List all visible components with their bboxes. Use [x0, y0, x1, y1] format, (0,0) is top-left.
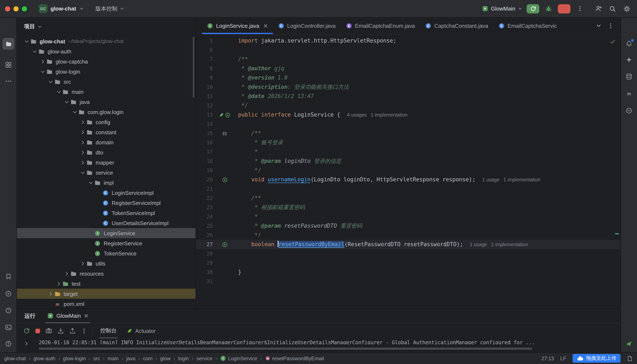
tree-item-test[interactable]: test	[17, 278, 195, 289]
tree-item-registerservice[interactable]: IRegisterService	[17, 238, 195, 248]
tree-item-mapper[interactable]: mapper	[17, 158, 195, 168]
caret-position[interactable]: 27:13	[541, 355, 554, 361]
tree-item-registerserviceimpl[interactable]: CRegisterServiceImpl	[17, 198, 195, 208]
database-tool[interactable]	[623, 71, 635, 82]
tree-item-glow-captcha[interactable]: glow-captcha	[17, 56, 195, 66]
chevron-expanded-icon[interactable]	[64, 99, 70, 104]
breadcrumb-item-main[interactable]: main	[108, 355, 119, 361]
code-line-5[interactable]: 5import jakarta.servlet.http.HttpServlet…	[196, 36, 620, 46]
code-line-9[interactable]: 9 * @version 1.0	[196, 73, 620, 82]
tree-item-target[interactable]: target	[17, 289, 195, 299]
code-line-23[interactable]: 23 * 根据邮箱重置密码	[196, 203, 620, 212]
tab-emailcaptchaenum-java[interactable]: EEmailCaptchaEnum.java	[341, 18, 420, 34]
tree-item-impl[interactable]: impl	[17, 178, 195, 188]
tree-item-glow-chat[interactable]: glow-chat~/IdeaProjects/glow-chat	[17, 36, 195, 46]
breadcrumb-item-glow-auth[interactable]: glow-auth	[34, 355, 55, 361]
code-line-12[interactable]: 12 */	[196, 101, 620, 110]
chevron-collapsed-icon[interactable]	[48, 291, 54, 296]
chevron-collapsed-icon[interactable]	[80, 130, 86, 135]
tree-item-constant[interactable]: constant	[17, 127, 195, 137]
code-area[interactable]: 5import jakarta.servlet.http.HttpServlet…	[196, 34, 620, 308]
rerun-icon[interactable]	[23, 328, 30, 334]
vcs-menu[interactable]: 版本控制	[93, 4, 127, 14]
dependencies-tool[interactable]	[623, 105, 635, 116]
chevron-collapsed-icon[interactable]	[80, 119, 86, 125]
maximize-window-button[interactable]	[22, 6, 27, 11]
chevron-collapsed-icon[interactable]	[80, 261, 86, 266]
chevron-collapsed-icon[interactable]	[64, 271, 70, 276]
stop-icon[interactable]	[35, 328, 41, 334]
breadcrumb-item-glow[interactable]: glow	[160, 355, 170, 361]
code-line-28[interactable]: 28	[196, 249, 620, 258]
code-line-8[interactable]: 8 * @author gjq	[196, 64, 620, 73]
rerun-button[interactable]	[527, 4, 539, 13]
usages-hint[interactable]: 1 usage 1 implementation	[482, 177, 540, 182]
tree-item-glow-login[interactable]: glow-login	[17, 66, 195, 76]
console-tab-actuator[interactable]: Actuator	[124, 323, 158, 338]
breadcrumb-item-login[interactable]: login	[178, 355, 189, 361]
code-line-18[interactable]: 18 * @param loginDto 登录的信息	[196, 156, 620, 166]
code-line-31[interactable]: 31	[196, 277, 620, 286]
breadcrumb-item-resetpasswordbyemail[interactable]: mresetPasswordByEmail	[265, 355, 324, 361]
close-icon[interactable]	[84, 314, 88, 318]
debug-button[interactable]	[543, 4, 554, 14]
ai-assistant[interactable]	[623, 54, 635, 66]
code-line-14[interactable]: 14	[196, 120, 620, 129]
breadcrumb-item-loginservice[interactable]: ILoginService	[220, 355, 257, 362]
code-line-13[interactable]: 13public interface LoginService {4 usage…	[196, 110, 620, 120]
upload-drop-button[interactable]: 拖拽至此上传	[572, 354, 620, 363]
code-line-24[interactable]: 24 *	[196, 212, 620, 221]
modules-tool[interactable]	[3, 59, 14, 71]
close-icon[interactable]	[263, 24, 268, 28]
breadcrumb-item-glow-chat[interactable]: glow-chat	[4, 355, 26, 361]
breadcrumb-item-java[interactable]: java	[126, 355, 135, 361]
breadcrumb-item-glow-login[interactable]: glow-login	[63, 355, 86, 361]
code-line-10[interactable]: 10 * @description: 登录功能相关接口方法	[196, 82, 620, 92]
tree-item-java[interactable]: java	[17, 97, 195, 107]
code-line-6[interactable]: 6	[196, 46, 620, 55]
chevron-expanded-icon[interactable]	[48, 79, 54, 84]
tree-item-tokenserviceimpl[interactable]: CTokenServiceImpl	[17, 208, 195, 218]
project-scrollbar[interactable]	[193, 36, 194, 98]
code-line-29[interactable]: 29	[196, 258, 620, 268]
tree-item-dto[interactable]: dto	[17, 147, 195, 158]
tree-item-pom-xml[interactable]: mpom.xml	[17, 299, 195, 308]
add-user-button[interactable]	[593, 4, 603, 14]
tab-options-icon[interactable]	[607, 22, 614, 29]
breadcrumb-item-service[interactable]: service	[196, 355, 212, 361]
more-menu[interactable]	[575, 4, 585, 14]
usages-hint[interactable]: 1 usage 1 implementation	[470, 242, 528, 247]
tab-logincontroller-java[interactable]: CLoginController.java	[273, 18, 341, 34]
tree-item-com-glow-login[interactable]: com.glow.login	[17, 107, 195, 117]
notifications[interactable]	[623, 38, 635, 50]
tab-captchaconstant-java[interactable]: CCaptchaConstant.java	[420, 18, 493, 34]
code-line-25[interactable]: 25 * @param resetPasswordDTO 重置密码	[196, 221, 620, 230]
camera-icon[interactable]	[46, 328, 52, 334]
maven-tool[interactable]: m	[623, 88, 635, 99]
chevron-collapsed-icon[interactable]	[56, 281, 62, 286]
code-line-19[interactable]: 19 */	[196, 166, 620, 175]
code-line-20[interactable]: 20 void usernameLogin(LoginDto loginDto,…	[196, 175, 620, 184]
chevron-expanded-icon[interactable]	[80, 170, 86, 175]
chevron-expanded-icon[interactable]	[72, 109, 78, 115]
send-tool[interactable]	[623, 338, 635, 350]
implemented-icon[interactable]	[222, 177, 227, 182]
tree-item-domain[interactable]: domain	[17, 137, 195, 147]
minimize-window-button[interactable]	[14, 6, 19, 11]
run-config-widget[interactable]: GlowMain	[482, 6, 522, 12]
stop-button[interactable]	[558, 4, 570, 13]
chevron-expanded-icon[interactable]	[56, 89, 62, 94]
console-horizontal-scrollbar[interactable]	[39, 348, 532, 350]
tab-list-chevron-icon[interactable]	[595, 23, 601, 28]
file-status-icon[interactable]	[627, 355, 633, 361]
tree-item-userdetailsserviceimpl[interactable]: CUserDetailsServiceImpl	[17, 218, 195, 228]
tree-item-loginserviceimpl[interactable]: CLoginServiceImpl	[17, 188, 195, 198]
tree-item-config[interactable]: config	[17, 117, 195, 127]
chevron-collapsed-icon[interactable]	[40, 59, 46, 64]
tab-emailcaptchaservic[interactable]: CEmailCaptchaServic	[493, 18, 562, 34]
tree-item-tokenservice[interactable]: ITokenService	[17, 248, 195, 258]
tree-item-resources[interactable]: resources	[17, 268, 195, 278]
project-panel-header[interactable]: 项目	[17, 18, 195, 35]
code-line-16[interactable]: 16 * 账号登录	[196, 138, 620, 147]
chevron-collapsed-icon[interactable]	[80, 140, 86, 145]
